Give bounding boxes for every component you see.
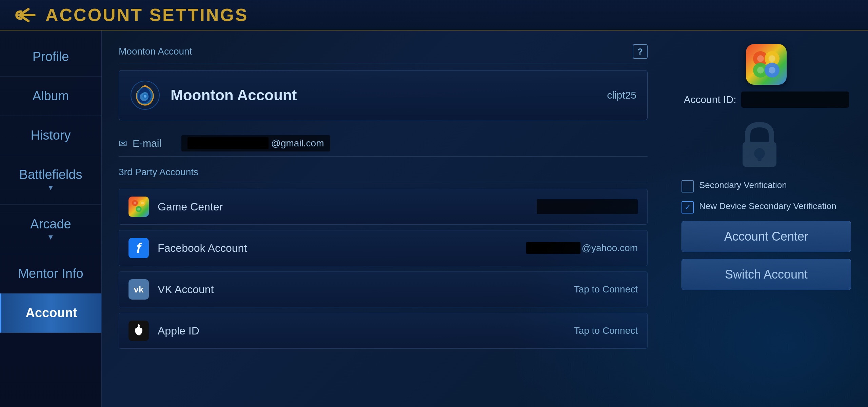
new-device-verification-label: New Device Secondary Verification — [699, 200, 836, 212]
back-icon[interactable] — [14, 6, 37, 24]
vk-value: Tap to Connect — [574, 284, 638, 295]
moonton-account-card[interactable]: Moonton Account clipt25 — [119, 70, 648, 120]
facebook-icon: f — [129, 238, 149, 258]
sidebar-item-account[interactable]: Account — [0, 293, 101, 333]
vk-icon: vk — [129, 279, 149, 300]
svg-point-15 — [769, 55, 775, 62]
sidebar-item-arcade[interactable]: Arcade ▼ — [0, 205, 101, 254]
svg-point-14 — [757, 55, 764, 62]
account-id-row: Account ID: ████████████ — [682, 91, 851, 108]
vk-name: VK Account — [158, 283, 574, 296]
email-label: E-mail — [133, 138, 173, 149]
chevron-down-icon: ▼ — [47, 233, 55, 242]
help-icon[interactable]: ? — [633, 44, 648, 59]
account-center-button[interactable]: Account Center — [682, 221, 851, 252]
main-layout: Profile Album History Battlefields ▼ Arc… — [0, 30, 868, 407]
account-id-value: ████████████ — [741, 91, 849, 108]
sidebar: Profile Album History Battlefields ▼ Arc… — [0, 30, 102, 407]
apple-id-value: Tap to Connect — [574, 325, 638, 336]
sidebar-item-album[interactable]: Album — [0, 77, 101, 116]
email-row: ✉ E-mail ████████ @gmail.com — [119, 130, 648, 157]
secondary-verification-checkbox[interactable] — [682, 180, 694, 192]
moonton-logo-icon — [130, 80, 160, 110]
content-area: Moonton Account ? Moonton Account clipt2… — [102, 30, 665, 407]
facebook-value: ████@yahoo.com — [526, 243, 638, 253]
account-row-apple[interactable]: Apple ID Tap to Connect — [119, 313, 648, 349]
third-party-label: 3rd Party Accounts — [119, 167, 648, 182]
svg-point-8 — [137, 208, 140, 210]
lock-decoration — [732, 118, 800, 172]
email-value: ████████ @gmail.com — [181, 135, 330, 151]
new-device-verification-checkbox[interactable]: ✓ — [682, 201, 694, 213]
moonton-username: clipt25 — [607, 89, 636, 101]
secondary-verification-label: Secondary Verification — [699, 179, 787, 191]
secondary-verification-item: Secondary Verification — [682, 179, 851, 192]
sidebar-item-history[interactable]: History — [0, 116, 101, 155]
apple-id-name: Apple ID — [158, 325, 574, 337]
game-center-value: ██████████ — [537, 199, 638, 214]
account-row-game-center[interactable]: Game Center ██████████ — [119, 189, 648, 225]
svg-point-16 — [757, 67, 764, 74]
svg-point-2 — [144, 95, 146, 98]
game-center-icon — [129, 197, 149, 217]
header: ACCOUNT SETTINGS — [0, 0, 868, 30]
sidebar-item-profile[interactable]: Profile — [0, 37, 101, 77]
facebook-name: Facebook Account — [158, 242, 526, 255]
moonton-section-header: Moonton Account ? — [119, 44, 648, 63]
moonton-account-name: Moonton Account — [171, 87, 607, 104]
svg-point-6 — [134, 202, 136, 204]
svg-point-9 — [138, 324, 140, 327]
account-id-label: Account ID: — [684, 94, 736, 105]
account-row-vk[interactable]: vk VK Account Tap to Connect — [119, 271, 648, 307]
chevron-down-icon: ▼ — [47, 183, 55, 192]
right-panel: Account ID: ████████████ Secondary Verif… — [665, 30, 868, 407]
game-center-name: Game Center — [158, 201, 537, 213]
game-center-badge — [746, 44, 787, 85]
page-title: ACCOUNT SETTINGS — [45, 5, 248, 25]
sidebar-item-battlefields[interactable]: Battlefields ▼ — [0, 155, 101, 205]
account-row-facebook[interactable]: f Facebook Account ████@yahoo.com — [119, 230, 648, 266]
email-icon: ✉ — [119, 138, 127, 149]
sidebar-item-mentor-info[interactable]: Mentor Info — [0, 254, 101, 293]
svg-rect-20 — [757, 154, 762, 161]
apple-icon — [129, 321, 149, 341]
svg-point-7 — [141, 202, 144, 204]
switch-account-button[interactable]: Switch Account — [682, 259, 851, 290]
svg-point-17 — [769, 67, 775, 74]
new-device-verification-item: ✓ New Device Secondary Verification — [682, 200, 851, 213]
